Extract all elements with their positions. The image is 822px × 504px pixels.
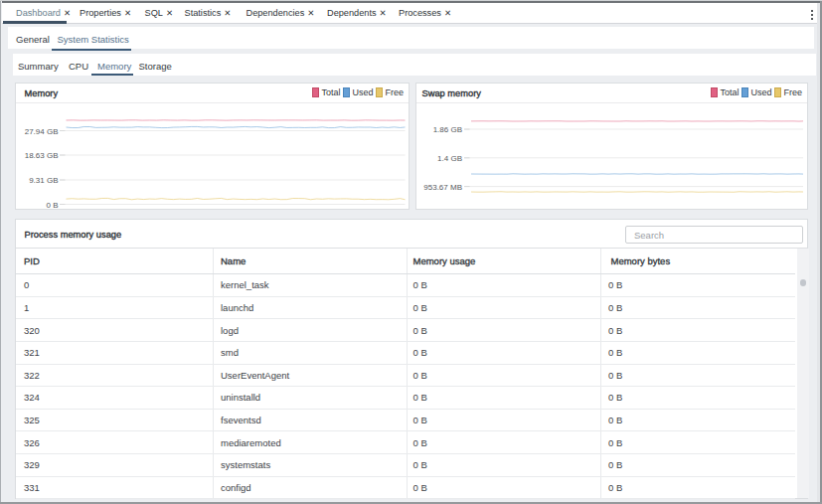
- svg-text:1.86 GB: 1.86 GB: [433, 125, 462, 134]
- svg-text:18.63 GB: 18.63 GB: [24, 151, 58, 160]
- svg-text:9.31 GB: 9.31 GB: [29, 176, 58, 185]
- svg-text:27.94 GB: 27.94 GB: [24, 127, 58, 136]
- svg-text:1.4 GB: 1.4 GB: [437, 154, 462, 163]
- svg-text:0 B: 0 B: [46, 201, 58, 210]
- svg-text:953.67 MB: 953.67 MB: [423, 183, 462, 192]
